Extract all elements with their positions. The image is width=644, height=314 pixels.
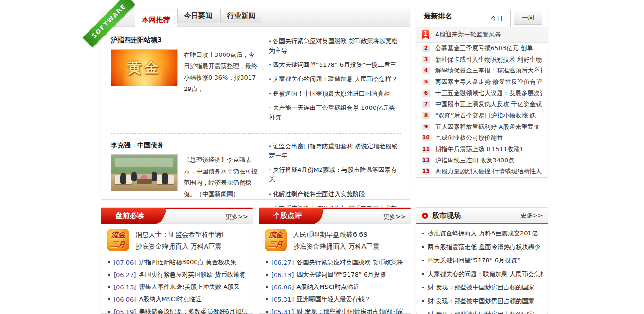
news-date: [05.31]	[271, 296, 294, 303]
rank-number-badge: 13	[422, 168, 430, 175]
news-date: [05.31]	[271, 308, 294, 314]
news-link[interactable]: 证监会出窗口指导防重组套利 劝说定增老股锁定一年	[269, 142, 401, 161]
gold-image-text: 黄金	[128, 58, 161, 78]
news-link[interactable]: 央行释疑4月份M2骤减：与股市降温等因素有关	[269, 165, 401, 184]
tab-industry-news[interactable]: 行业新闻	[220, 9, 262, 23]
market-live-header: 股市现场 更多>>	[416, 208, 548, 224]
news-link[interactable]: 化解过剩产能将全面进入实施阶段	[269, 189, 401, 199]
pre-market-more-link[interactable]: 更多>>	[225, 213, 248, 221]
ranking-tab-today[interactable]: 今日	[483, 10, 511, 27]
dated-news-item[interactable]: [06.27] 各国央行紧急应对英国脱欧 货币政策将	[108, 269, 247, 281]
latest-ranking-panel: 最新排名 今日 一周 1 A股迎来新一轮监管风暴 2 公募基金三季度亏损6503…	[416, 7, 548, 178]
live-news-item[interactable]: 两市股指震荡走低 盘面冷清热点板块稀少	[422, 241, 543, 254]
dated-news-item[interactable]: [07.06] 沪指四连阳站稳3000点 黄金板块集	[108, 256, 247, 269]
pre-market-header: 盘前必读 更多>>	[101, 208, 253, 224]
live-news-item[interactable]: 抄底资金蜂拥而入 万科A巨震成交201亿	[422, 227, 543, 241]
market-live-more-link[interactable]: 更多>>	[520, 211, 543, 220]
square-bullet-icon	[266, 261, 268, 263]
rank-number-badge: 7	[422, 101, 430, 108]
live-news-item[interactable]: 大家都关心的问题：联储加息 人民币会怎样	[422, 268, 543, 281]
news-date: [06.13]	[114, 284, 136, 291]
ranking-item-text: 公募基金三季度亏损6503亿元 创单	[435, 44, 533, 53]
meeting-photo-figure	[152, 172, 158, 180]
dated-news-item[interactable]: [06.06] A股纳入MSCI时点临近	[108, 293, 247, 305]
tab-site-recommend[interactable]: 本网推荐	[135, 11, 177, 29]
meeting-photo-figure	[131, 172, 137, 180]
story-1-left: 沪指四连阳站稳3 黄金 在昨日攻上3000点后，今日沪指展开震荡整理，最终小幅收…	[111, 36, 263, 127]
live-news-item[interactable]: 财·发现：那些被中国炒房团占领的国家	[422, 281, 543, 295]
square-bullet-icon	[266, 286, 268, 288]
ranking-item[interactable]: 13 两股力量剧烈大碰撞 行情或现结构性大	[422, 166, 542, 178]
ranking-item[interactable]: 3 新社保卡或引入生物识别技术 利好生物	[422, 54, 542, 65]
dated-news-item[interactable]: [05.31] 财·发现：那些被中国炒房团占领的国家	[266, 305, 405, 314]
ranking-item[interactable]: 9 五大因素释放重磅利好 A股迎来重要变	[422, 121, 542, 133]
dated-news-item[interactable]: [05.31] 亚洲哪国年轻人最爱存钱？	[266, 293, 405, 305]
meeting-photo-flowers	[141, 175, 148, 179]
meeting-thumbnail-image[interactable]	[111, 154, 178, 191]
meeting-photo-backdrop	[115, 158, 173, 167]
news-text: 密集大事件来袭!美股上冲失败 A股又	[139, 283, 240, 291]
square-bullet-icon	[422, 233, 424, 234]
rank-1-bookmark-icon: 1	[422, 30, 429, 40]
live-news-item[interactable]: 财·发现：那些被中国炒房团占领的国家	[422, 295, 543, 308]
live-news-item[interactable]: 四大关键词回望“5178” 6月投资“一	[422, 254, 543, 268]
gold-thumbnail-image[interactable]: 黄金	[111, 49, 178, 86]
news-text: 沪指四连阳站稳3000点 黄金板块集	[139, 258, 236, 267]
square-bullet-icon	[108, 261, 110, 263]
meeting-photo-figure	[162, 173, 168, 184]
dated-news-item[interactable]: [06.06] A股纳入MSCI时点临近	[266, 281, 405, 293]
news-link[interactable]: 去产能一天连出三套重磅组合拳 1000亿元奖补资	[269, 103, 401, 122]
ranking-item-1[interactable]: 1 A股迎来新一轮监管风暴	[416, 27, 548, 43]
featured-headline[interactable]: 人民币即期早盘跌破6.69	[293, 229, 379, 241]
tab-today-news[interactable]: 今日要闻	[177, 9, 219, 23]
featured-headline[interactable]: 抄底资金蜂拥而入 万科A巨震	[135, 241, 224, 252]
liujin-sanyue-badge-icon[interactable]: 流金 三月	[265, 229, 287, 251]
stock-review-featured-text: 人民币即期早盘跌破6.69 抄底资金蜂拥而入 万科A巨震	[293, 229, 379, 252]
news-link[interactable]: 是被逼的！中国登顶最大原油进口国的真相	[269, 89, 401, 99]
stock-review-more-link[interactable]: 更多>>	[383, 213, 406, 221]
live-news-item[interactable]: 财·发现：那些被中国炒房团占领的国家	[422, 308, 543, 314]
story-2-media: 【总理谈经济】李克强表示，中国债务水平仍在可控范围内，经济表现仍然稳健。（中国新…	[111, 154, 263, 200]
rank-number-badge: 6	[422, 90, 430, 97]
square-bullet-icon	[422, 300, 424, 302]
square-bullet-icon	[108, 311, 110, 313]
dated-news-item[interactable]: [06.13] 密集大事件来袭!美股上冲失败 A股又	[108, 281, 247, 293]
news-text: 美联储会议纪要：多数委员做好6月加息	[139, 307, 247, 314]
rank-number-badge: 3	[422, 56, 430, 63]
liujin-sanyue-badge-icon[interactable]: 流金 三月	[107, 229, 129, 251]
ranking-item[interactable]: 4 解码绩优基金三季报：精准逃顶后大举抄	[422, 65, 542, 76]
ranking-item[interactable]: 5 两因素主导大盘走势 修复性反弹仍有望	[422, 76, 542, 88]
ranking-item-text: 两因素主导大盘走势 修复性反弹仍有望	[435, 78, 542, 86]
story-1-title[interactable]: 沪指四连阳站稳3	[111, 36, 263, 45]
news-date: [06.06]	[271, 284, 294, 291]
ranking-item[interactable]: 6 十三五金融领域七大议题：发展多层次资	[422, 88, 542, 99]
meeting-photo-table	[137, 179, 152, 184]
stock-review-header: 个股点评 更多>>	[259, 208, 411, 224]
news-link[interactable]: 各国央行紧急应对英国脱欧 货币政策将以宽松为主导	[269, 36, 401, 55]
ranking-item[interactable]: 10 七成创业板公司股价翻番	[422, 133, 542, 144]
ranking-item-text: 沪指周线三连阳 收复3400点	[435, 156, 514, 165]
rank-number-badge: 2	[422, 45, 430, 52]
featured-headline[interactable]: 抄底资金蜂拥而入 万科A巨震	[293, 241, 379, 252]
featured-headline[interactable]: 消息人士：证监会希望将申请I	[135, 229, 224, 241]
news-text: 大家都关心的问题：联储加息 人民币会怎样	[428, 270, 543, 278]
ranking-item[interactable]: 7 中国股市正上演复仇大反攻 千亿资金或	[422, 99, 542, 110]
ranking-item[interactable]: 2 公募基金三季度亏损6503亿元 创单	[422, 43, 542, 54]
rank-number-badge: 4	[422, 67, 430, 74]
ranking-title: 最新排名	[424, 12, 483, 21]
ranking-tab-week[interactable]: 一周	[514, 10, 542, 25]
rank-number-badge: 9	[422, 124, 430, 130]
ranking-item-text: 五大因素释放重磅利好 A股迎来重要变	[435, 123, 540, 131]
dated-news-item[interactable]: [06.27] 各国央行紧急应对英国脱欧 货币政策将	[266, 256, 405, 269]
ranking-item[interactable]: 11 期指午后震荡上扬 IF1511收涨1	[422, 144, 542, 155]
dated-news-item[interactable]: [05.19] 美联储会议纪要：多数委员做好6月加息	[108, 305, 247, 314]
dated-news-item[interactable]: [06.13] 四大关键词回望“5178” 6月投资	[266, 269, 405, 281]
news-link[interactable]: 四大关键词回望“5178” 6月投资“一慢二看三	[269, 60, 401, 70]
ranking-item[interactable]: 12 沪指周线三连阳 收复3400点	[422, 155, 542, 166]
news-link[interactable]: 大家都关心的问题：联储加息 人民币会怎样？	[269, 74, 401, 84]
news-text: 财·发现：那些被中国炒房团占领的国家	[428, 310, 534, 314]
ranking-item[interactable]: 8 “双降”后首个交易日沪指小幅收涨 妖	[422, 110, 542, 121]
badge-text-line2: 三月	[111, 240, 125, 250]
story-2-title[interactable]: 李克强：中国债务	[111, 141, 263, 150]
news-text: 财·发现：那些被中国炒房团占领的国家	[428, 283, 534, 292]
